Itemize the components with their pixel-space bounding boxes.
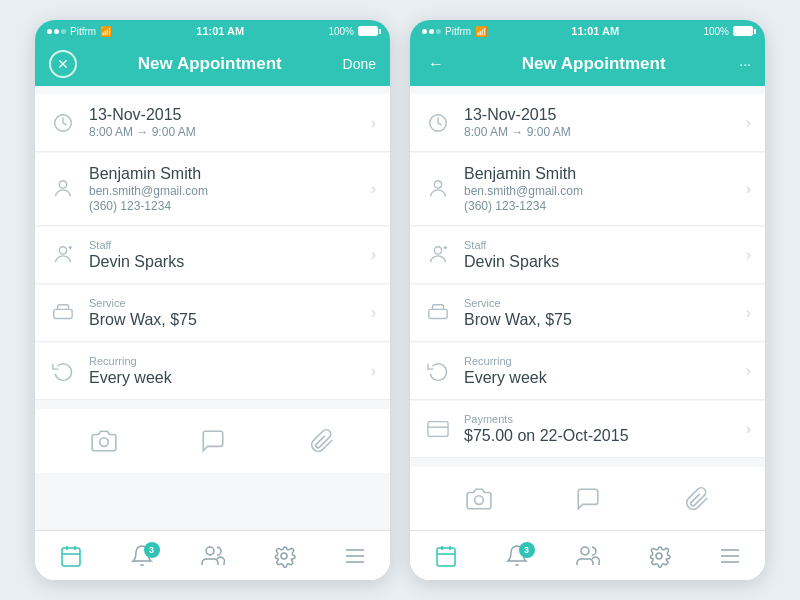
tab-gear-1[interactable] [272,544,296,568]
chevron-icon-7: › [746,180,751,198]
chevron-icon-1: › [371,114,376,132]
clock-icon-2 [424,109,452,137]
service-icon-1 [49,299,77,327]
svg-point-12 [206,547,214,555]
signal-dot [429,29,434,34]
nav-bar-1: ✕ New Appointment Done [35,42,390,86]
service-label-1: Service [89,297,359,309]
staff-label-1: Staff [89,239,359,251]
tab-menu-2[interactable] [718,544,742,568]
back-button-2[interactable]: ← [424,52,448,76]
staff-item-2[interactable]: Staff Devin Sparks › [410,227,765,284]
tab-calendar-2[interactable] [434,544,458,568]
person-icon-2 [424,175,452,203]
tab-bar-1: 3 [35,530,390,580]
bell-badge-2: 3 [519,542,535,558]
payment-icon-2 [424,415,452,443]
recurring-icon-2 [424,357,452,385]
svg-point-1 [59,181,66,188]
attachment-button-2[interactable] [679,481,715,517]
datetime-content-2: 13-Nov-2015 8:00 AM → 9:00 AM [464,106,734,139]
service-item-2[interactable]: Service Brow Wax, $75 › [410,285,765,342]
battery-icon-2 [733,26,753,36]
datetime-item-1[interactable]: 13-Nov-2015 8:00 AM → 9:00 AM › [35,94,390,152]
more-button-2[interactable]: ··· [739,56,751,72]
nav-title-2: New Appointment [522,54,666,74]
content-1: 13-Nov-2015 8:00 AM → 9:00 AM › Benjamin… [35,86,390,530]
datetime-content-1: 13-Nov-2015 8:00 AM → 9:00 AM [89,106,359,139]
staff-name-2: Devin Sparks [464,253,734,271]
service-content-1: Service Brow Wax, $75 [89,297,359,329]
recurring-label-1: Recurring [89,355,359,367]
battery-label-2: 100% [703,26,729,37]
recurring-item-2[interactable]: Recurring Every week › [410,343,765,400]
status-left-2: Pitfrm 📶 [422,26,487,37]
payments-item-2[interactable]: Payments $75.00 on 22-Oct-2015 › [410,401,765,458]
message-button-2[interactable] [570,481,606,517]
client-content-2: Benjamin Smith ben.smith@gmail.com (360)… [464,165,734,213]
wifi-icon-2: 📶 [475,26,487,37]
chevron-icon-8: › [746,246,751,264]
client-item-1[interactable]: Benjamin Smith ben.smith@gmail.com (360)… [35,153,390,226]
carrier-label: Pitfrm [70,26,96,37]
staff-item-1[interactable]: Staff Devin Sparks › [35,227,390,284]
service-name-2: Brow Wax, $75 [464,311,734,329]
chevron-icon-10: › [746,362,751,380]
recurring-item-1[interactable]: Recurring Every week › [35,343,390,400]
attachment-button-1[interactable] [304,423,340,459]
person-icon-1 [49,175,77,203]
tab-gear-2[interactable] [647,544,671,568]
close-button-1[interactable]: ✕ [49,50,77,78]
tab-bell-1[interactable]: 3 [130,544,154,568]
status-bar-1: Pitfrm 📶 11:01 AM 100% [35,20,390,42]
nav-bar-2: ← New Appointment ··· [410,42,765,86]
chevron-icon-6: › [746,114,751,132]
time-text-1: 8:00 AM → 9:00 AM [89,125,359,139]
service-name-1: Brow Wax, $75 [89,311,359,329]
phone-2: Pitfrm 📶 11:01 AM 100% ← New Appointment… [410,20,765,580]
datetime-item-2[interactable]: 13-Nov-2015 8:00 AM → 9:00 AM › [410,94,765,152]
signal-dot-empty [436,29,441,34]
tab-bar-2: 3 [410,530,765,580]
chevron-icon-4: › [371,304,376,322]
service-item-1[interactable]: Service Brow Wax, $75 › [35,285,390,342]
tab-menu-1[interactable] [343,544,367,568]
svg-point-25 [474,496,483,505]
message-button-1[interactable] [195,423,231,459]
chevron-icon-3: › [371,246,376,264]
tab-people-1[interactable] [201,544,225,568]
signal-dot [47,29,52,34]
svg-point-2 [59,247,66,254]
camera-button-2[interactable] [461,481,497,517]
svg-rect-5 [54,309,72,318]
status-right-1: 100% [328,26,378,37]
status-right-2: 100% [703,26,753,37]
tab-calendar-1[interactable] [59,544,83,568]
svg-point-32 [656,553,662,559]
service-icon-2 [424,299,452,327]
camera-button-1[interactable] [86,423,122,459]
staff-content-1: Staff Devin Sparks [89,239,359,271]
tab-people-2[interactable] [576,544,600,568]
tab-bell-2[interactable]: 3 [505,544,529,568]
time-label-2: 11:01 AM [571,25,619,37]
battery-icon-1 [358,26,378,36]
client-item-2[interactable]: Benjamin Smith ben.smith@gmail.com (360)… [410,153,765,226]
recurring-value-2: Every week [464,369,734,387]
svg-rect-23 [428,422,448,437]
battery-label-1: 100% [328,26,354,37]
done-button-1[interactable]: Done [343,56,376,72]
status-bar-2: Pitfrm 📶 11:01 AM 100% [410,20,765,42]
svg-rect-7 [62,548,80,566]
payments-label-2: Payments [464,413,734,425]
phone-1: Pitfrm 📶 11:01 AM 100% ✕ New Appointment… [35,20,390,580]
client-name-2: Benjamin Smith [464,165,734,183]
wifi-icon: 📶 [100,26,112,37]
payments-value-2: $75.00 on 22-Oct-2015 [464,427,734,445]
recurring-value-1: Every week [89,369,359,387]
svg-point-13 [281,553,287,559]
actions-row-1 [35,409,390,473]
content-2: 13-Nov-2015 8:00 AM → 9:00 AM › Benjamin… [410,86,765,530]
clock-icon-1 [49,109,77,137]
client-phone-1: (360) 123-1234 [89,199,359,213]
